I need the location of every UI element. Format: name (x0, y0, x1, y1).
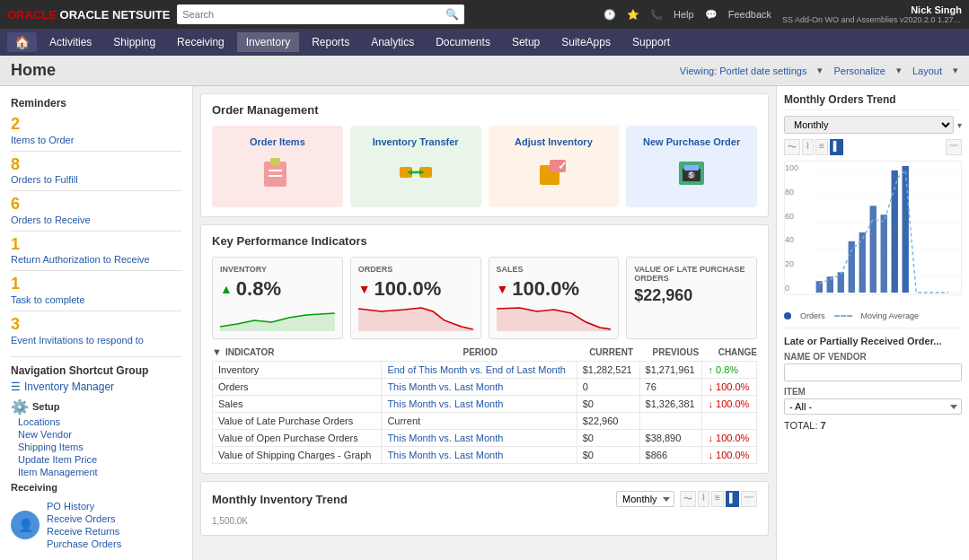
star-icon[interactable]: ⭐ (627, 9, 639, 21)
sales-sparkline (497, 304, 612, 331)
nav-link-receive-returns[interactable]: Receive Returns (47, 525, 132, 538)
cell-current: $0 (577, 430, 639, 447)
nav-link-po-history[interactable]: PO History (47, 500, 132, 512)
nav-link-locations[interactable]: Locations (0, 416, 192, 428)
cell-previous: $1,271,961 (639, 362, 702, 379)
chart-type-line[interactable]: ⌇ (698, 491, 709, 507)
order-items-label: Order Items (250, 136, 305, 147)
new-purchase-order-icon: $ (674, 154, 709, 197)
item-label: ITEM (784, 387, 962, 397)
personalize-link[interactable]: Personalize (833, 66, 885, 76)
nav-item-documents[interactable]: Documents (427, 32, 499, 52)
svg-text:$: $ (689, 171, 693, 179)
nav-link-update-item-price[interactable]: Update Item Price (0, 453, 192, 466)
orders-trend-chart: 100 80 60 40 20 0 (784, 161, 962, 295)
home-icon[interactable]: 🏠 (7, 32, 37, 52)
period-link[interactable]: End of This Month vs. End of Last Month (387, 364, 566, 375)
chart-type-other[interactable]: 〰 (741, 491, 757, 507)
nav-link-shipping-items[interactable]: Shipping Items (0, 441, 192, 453)
chart-legend: Orders Moving Average (784, 311, 962, 320)
right-chart-type-row: 〜 ⌇ ≡ ▌ 〰 (784, 139, 962, 155)
chart-y-labels: 100 80 60 40 20 0 (785, 162, 810, 294)
svg-marker-19 (497, 308, 612, 331)
vendor-name-input[interactable] (784, 363, 962, 381)
right-chart-area-icon[interactable]: 〜 (784, 139, 800, 155)
clock-icon[interactable]: 🕐 (603, 9, 616, 21)
feedback-label[interactable]: Feedback (728, 9, 771, 20)
nav-link-item-management[interactable]: Item Management (0, 466, 192, 478)
dropdown-arrow-icon: ▾ (957, 120, 962, 130)
cell-previous: $1,326,381 (639, 396, 702, 413)
section-divider (11, 356, 181, 357)
cell-indicator: Value of Late Purchase Orders (213, 413, 382, 430)
chart-type-table[interactable]: ≡ (711, 491, 724, 507)
cell-change: ↓ 100.0% (702, 379, 757, 396)
order-tile-new-purchase-order[interactable]: New Purchase Order $ (626, 126, 757, 207)
nav-link-receive-orders[interactable]: Receive Orders (47, 512, 132, 525)
adjust-inventory-icon: ✓ (535, 154, 571, 197)
kpi-late-po-label: VALUE OF LATE PURCHASE ORDERS (634, 265, 749, 283)
cell-previous: 76 (639, 379, 702, 396)
order-tile-order-items[interactable]: Order Items (212, 126, 343, 207)
phone-icon[interactable]: 📞 (650, 9, 663, 21)
col-current: CURRENT (589, 347, 633, 357)
vendor-name-field: NAME OF VENDOR (784, 352, 962, 381)
new-purchase-order-label: New Purchase Order (643, 136, 740, 147)
inventory-manager-nav[interactable]: ☰ Inventory Manager (0, 379, 192, 395)
filter-row: ▼ INDICATOR PERIOD CURRENT PREVIOUS CHAN… (212, 346, 757, 357)
nav-item-activities[interactable]: Activities (40, 32, 101, 52)
nav-item-analytics[interactable]: Analytics (362, 32, 423, 52)
late-orders-title: Late or Partially Received Order... (784, 328, 962, 346)
period-link[interactable]: This Month vs. Last Month (387, 433, 503, 443)
divider (11, 151, 181, 152)
svg-rect-34 (903, 166, 909, 293)
nav-item-receiving[interactable]: Receiving (168, 32, 233, 52)
period-link[interactable]: This Month vs. Last Month (387, 398, 503, 409)
cell-change (702, 413, 757, 430)
total-row: TOTAL: 7 (784, 420, 962, 431)
monthly-orders-dropdown[interactable]: Monthly (784, 116, 954, 134)
help-label[interactable]: Help (674, 9, 694, 20)
nav-link-new-vendor[interactable]: New Vendor (0, 428, 192, 441)
item-select[interactable]: - All - (784, 398, 962, 415)
right-chart-other-icon[interactable]: 〰 (946, 139, 962, 155)
nav-item-shipping[interactable]: Shipping (104, 32, 164, 52)
monthly-trend-title: Monthly Inventory Trend (212, 493, 348, 506)
chart-type-bar[interactable]: ▌ (726, 491, 739, 507)
reminder-return-auth: 1 Return Authorization to Receive (0, 233, 192, 269)
order-tile-adjust-inventory[interactable]: Adjust Inventory ✓ (489, 126, 620, 207)
chart-type-area[interactable]: 〜 (680, 491, 696, 507)
table-row: Sales This Month vs. Last Month $0 $1,32… (213, 396, 757, 413)
viewing-portlet-link[interactable]: Viewing: Portlet date settings (680, 66, 807, 76)
reminders-title: Reminders (0, 93, 192, 113)
cell-previous: $866 (639, 447, 702, 464)
user-sub: SS Add-On WO and Assemblies v2020.2.0 1.… (782, 15, 962, 24)
svg-marker-17 (220, 313, 335, 331)
monthly-trend-dropdown[interactable]: Monthly (616, 491, 674, 507)
nav-link-purchase-orders[interactable]: Purchase Orders (47, 538, 132, 550)
right-chart-table-icon[interactable]: ≡ (815, 139, 828, 155)
nav-item-inventory[interactable]: Inventory (237, 32, 299, 52)
cell-indicator: Value of Open Purchase Orders (213, 430, 382, 447)
cell-change: ↑ 0.8% (702, 362, 757, 379)
orders-legend-label: Orders (800, 311, 825, 320)
page-header: Home Viewing: Portlet date settings ▾ Pe… (0, 56, 969, 86)
top-bar-right: 🕐 ⭐ 📞 Help 💬 Feedback Nick Singh SS Add-… (603, 4, 962, 24)
right-chart-line-icon[interactable]: ⌇ (802, 139, 814, 155)
divider (11, 231, 181, 232)
period-link[interactable]: This Month vs. Last Month (387, 381, 503, 392)
search-box[interactable]: 🔍 (177, 4, 464, 24)
search-input[interactable] (182, 9, 445, 20)
feedback-icon[interactable]: 💬 (705, 9, 718, 21)
reminder-events: 3 Event Invitations to respond to (0, 313, 192, 349)
order-tile-inventory-transfer[interactable]: Inventory Transfer (350, 126, 481, 207)
filter-icon[interactable]: ▼ (212, 346, 222, 357)
nav-shortcut-section: Navigation Shortcut Group ☰ Inventory Ma… (0, 359, 192, 556)
nav-item-support[interactable]: Support (623, 32, 679, 52)
nav-item-reports[interactable]: Reports (303, 32, 358, 52)
layout-link[interactable]: Layout (912, 66, 942, 76)
right-chart-bar-icon[interactable]: ▌ (830, 139, 843, 155)
nav-item-setup[interactable]: Setup (503, 32, 549, 52)
nav-item-suiteapps[interactable]: SuiteApps (552, 32, 620, 52)
period-link[interactable]: This Month vs. Last Month (387, 450, 503, 460)
